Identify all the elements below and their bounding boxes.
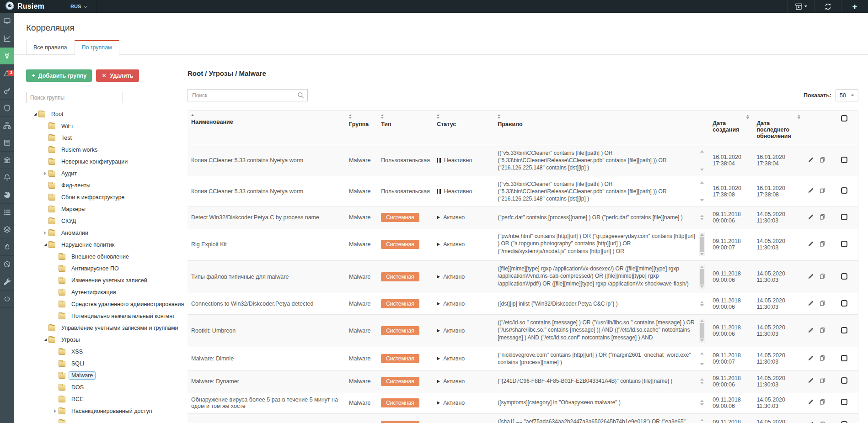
sidebar-item-tasks[interactable]	[0, 204, 14, 221]
sidebar-item-layers[interactable]	[0, 221, 14, 238]
add-group-button[interactable]: + Добавить группу	[26, 69, 92, 82]
table-row[interactable]: Типы файлов типичные для malwareMalwareС…	[188, 261, 858, 293]
tree-item-угрозы[interactable]: Угрозы	[26, 334, 188, 346]
sidebar-item-bank[interactable]	[0, 152, 14, 169]
scroll-up-icon[interactable]	[700, 320, 704, 322]
rule-scrollbar[interactable]	[699, 149, 705, 172]
copy-button[interactable]	[819, 241, 825, 249]
scroll-down-icon[interactable]	[700, 169, 704, 171]
tab-all-rules[interactable]: Все правила	[26, 40, 75, 54]
scroll-thumb[interactable]	[700, 237, 704, 252]
sidebar-item-sitemap[interactable]	[0, 117, 14, 134]
table-row[interactable]: Malware: Trojan.KovterMalwareСистемнаяАк…	[188, 413, 858, 423]
scroll-down-icon[interactable]	[700, 339, 704, 342]
tree-item-неверные-конфигурации[interactable]: Неверные конфигурации	[26, 156, 188, 168]
table-row[interactable]: Malware: DynamerMalwareСистемнаяАктивно(…	[188, 370, 858, 392]
table-row[interactable]: Connections to Win32/Diskcoder.Petya det…	[188, 293, 858, 315]
rule-scrollbar[interactable]	[699, 351, 705, 366]
tree-item-изменение-учетных-записей[interactable]: Изменение учетных записей	[26, 275, 188, 286]
tree-toggle-icon[interactable]	[32, 113, 38, 116]
table-row[interactable]: Detect Win32/Diskcoder.Petya.C by proces…	[188, 207, 858, 228]
tree-item-насанкционированный-доступ[interactable]: Насанкционированный доступ	[26, 405, 188, 417]
scroll-down-icon[interactable]	[700, 286, 704, 288]
rule-scrollbar[interactable]	[699, 300, 705, 307]
copy-button[interactable]	[819, 187, 825, 195]
copy-button[interactable]	[819, 377, 825, 385]
archive-box-button[interactable]	[787, 0, 814, 13]
col-status[interactable]: Статус	[433, 111, 494, 145]
scroll-up-icon[interactable]	[700, 400, 704, 402]
tree-toggle-icon[interactable]	[42, 172, 48, 175]
copy-button[interactable]	[819, 214, 825, 222]
rule-scrollbar[interactable]	[699, 399, 705, 406]
tree-item-wifi[interactable]: WiFi	[26, 120, 188, 132]
row-checkbox[interactable]	[841, 327, 847, 333]
refresh-button[interactable]	[814, 0, 841, 13]
tab-by-groups[interactable]: По группам	[75, 40, 119, 55]
row-checkbox[interactable]	[841, 273, 847, 280]
tree-item-xss[interactable]: XSS	[26, 346, 188, 358]
sidebar-item-line-chart[interactable]	[0, 30, 14, 48]
scroll-up-icon[interactable]	[700, 181, 704, 184]
select-all-checkbox[interactable]	[841, 115, 847, 122]
add-button[interactable]: +	[841, 0, 868, 13]
edit-button[interactable]	[808, 300, 814, 308]
tree-item-нарушение-политик[interactable]: Нарушение политик	[26, 239, 188, 251]
rule-scrollbar[interactable]	[699, 319, 705, 343]
table-row[interactable]: Malware: DimnieMalwareСистемнаяАктивно("…	[188, 347, 858, 370]
edit-button[interactable]	[808, 214, 814, 222]
table-row[interactable]: Rootkit: UmbreonMalwareСистемнаяАктивно(…	[188, 315, 858, 347]
row-checkbox[interactable]	[841, 300, 847, 307]
scroll-up-icon[interactable]	[700, 301, 704, 303]
tree-item-root[interactable]: Root	[26, 108, 188, 120]
row-checkbox[interactable]	[841, 421, 847, 423]
col-group[interactable]: Группа	[345, 111, 377, 145]
copy-button[interactable]	[819, 355, 825, 363]
language-selector[interactable]: RUS	[61, 0, 96, 13]
scroll-up-icon[interactable]	[700, 215, 704, 217]
rule-scrollbar[interactable]	[699, 214, 705, 221]
edit-button[interactable]	[808, 377, 814, 385]
tree-toggle-icon[interactable]	[42, 243, 48, 246]
scroll-up-icon[interactable]	[700, 233, 704, 236]
tree-item-аномалии[interactable]: Аномалии	[26, 227, 188, 239]
tree-item-внешнее-обновление[interactable]: Внешнее обновление	[26, 251, 188, 263]
rule-scrollbar[interactable]	[699, 377, 705, 385]
tree-item-потенциально-нежелательный-контент[interactable]: Потенциально нежелательный контент	[26, 310, 188, 322]
sidebar-item-key[interactable]	[0, 82, 14, 100]
table-row[interactable]: Копия CCleaner 5.33 contains Nyetya worm…	[188, 176, 858, 207]
table-row[interactable]: Обнаружение вируса более 5 раз в течение…	[188, 392, 858, 413]
tree-item-маркеры[interactable]: Маркеры	[26, 203, 188, 215]
sidebar-item-newspaper[interactable]	[0, 134, 14, 152]
scroll-up-icon[interactable]	[700, 378, 704, 381]
row-checkbox[interactable]	[841, 241, 847, 247]
tree-item-аудит[interactable]: Аудит	[26, 168, 188, 180]
edit-button[interactable]	[808, 421, 814, 423]
scroll-up-icon[interactable]	[700, 266, 704, 268]
sidebar-item-wrench[interactable]	[0, 273, 14, 291]
page-size-select[interactable]: 50	[836, 89, 858, 101]
col-rule[interactable]: Правило	[494, 111, 709, 145]
sidebar-item-ban[interactable]	[0, 256, 14, 273]
tree-toggle-icon[interactable]	[42, 231, 48, 235]
scroll-down-icon[interactable]	[700, 382, 704, 384]
sidebar-item-fire[interactable]	[0, 238, 14, 256]
scroll-thumb[interactable]	[700, 323, 704, 338]
brand[interactable]: Rusiem	[0, 0, 61, 13]
tree-item-rce[interactable]: RCE	[26, 393, 188, 405]
row-checkbox[interactable]	[841, 399, 847, 405]
rule-scrollbar[interactable]	[699, 418, 705, 423]
sidebar-item-pie-chart[interactable]	[0, 186, 14, 204]
scroll-thumb[interactable]	[700, 269, 704, 285]
tree-item-rusiem-works[interactable]: Rusiem-works	[26, 144, 188, 156]
rules-search-input[interactable]	[188, 89, 308, 101]
breadcrumb[interactable]: Root / Угрозы / Malware	[188, 69, 858, 77]
edit-button[interactable]	[808, 187, 814, 195]
sidebar-item-monitor[interactable]	[0, 13, 14, 30]
edit-button[interactable]	[808, 327, 814, 335]
table-row[interactable]: Rig Exploit KitMalwareСистемнаяАктивно("…	[188, 228, 858, 261]
table-row[interactable]: Копия CCleaner 5.33 contains Nyetya worm…	[188, 145, 858, 176]
sidebar-item-shield[interactable]	[0, 100, 14, 117]
sidebar-item-power[interactable]	[0, 291, 14, 308]
edit-button[interactable]	[808, 157, 814, 164]
